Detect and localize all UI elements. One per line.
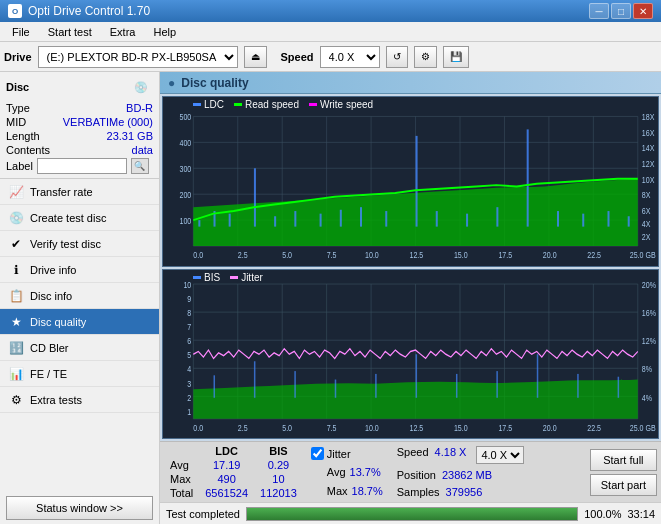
- read-speed-dot: [234, 103, 242, 106]
- svg-text:20%: 20%: [642, 279, 656, 290]
- start-part-button[interactable]: Start part: [590, 474, 657, 496]
- nav-drive-info-label: Drive info: [30, 264, 76, 276]
- svg-rect-115: [577, 373, 579, 397]
- config-button[interactable]: ⚙: [414, 46, 437, 68]
- jitter-header-row: Jitter: [311, 447, 383, 460]
- svg-rect-48: [294, 211, 296, 227]
- elapsed-time: 33:14: [627, 508, 655, 520]
- jitter-checkbox[interactable]: [311, 447, 324, 460]
- nav-disc-info-label: Disc info: [30, 290, 72, 302]
- svg-rect-46: [254, 168, 256, 226]
- menu-file[interactable]: File: [4, 25, 38, 39]
- svg-text:25.0 GB: 25.0 GB: [630, 250, 656, 260]
- legend-jitter: Jitter: [230, 272, 263, 283]
- svg-text:0.0: 0.0: [193, 250, 203, 260]
- nav-items: 📈 Transfer rate 💿 Create test disc ✔ Ver…: [0, 179, 159, 492]
- write-speed-label: Write speed: [320, 99, 373, 110]
- svg-text:10: 10: [183, 279, 191, 290]
- nav-extra-tests-label: Extra tests: [30, 394, 82, 406]
- svg-text:7: 7: [187, 321, 191, 332]
- nav-disc-quality[interactable]: ★ Disc quality: [0, 309, 159, 335]
- svg-text:1: 1: [187, 405, 191, 416]
- disc-icon: 💿: [129, 76, 153, 98]
- td-max-bis: 10: [254, 472, 303, 486]
- svg-text:10.0: 10.0: [365, 250, 379, 260]
- nav-verify-test-disc-label: Verify test disc: [30, 238, 101, 250]
- svg-text:15.0: 15.0: [454, 250, 468, 260]
- svg-text:2.5: 2.5: [238, 422, 248, 433]
- menu-start-test[interactable]: Start test: [40, 25, 100, 39]
- svg-rect-59: [582, 214, 584, 227]
- disc-panel: Disc 💿 Type BD-R MID VERBATIMe (000) Len…: [0, 72, 159, 179]
- svg-text:25.0 GB: 25.0 GB: [630, 422, 656, 433]
- svg-text:16%: 16%: [642, 307, 656, 318]
- main-layout: Disc 💿 Type BD-R MID VERBATIMe (000) Len…: [0, 72, 661, 524]
- jitter-max-value: 18.7%: [352, 485, 383, 497]
- td-total-ldc: 6561524: [199, 486, 254, 500]
- nav-cd-bler[interactable]: 🔢 CD Bler: [0, 335, 159, 361]
- svg-rect-55: [466, 214, 468, 227]
- close-button[interactable]: ✕: [633, 3, 653, 19]
- jitter-avg-row: Avg 13.7%: [311, 466, 383, 478]
- content-area: ● Disc quality LDC Read speed: [160, 72, 661, 524]
- drive-info-icon: ℹ: [8, 262, 24, 278]
- eject-button[interactable]: ⏏: [244, 46, 267, 68]
- svg-rect-52: [385, 211, 387, 227]
- toolbar: Drive (E:) PLEXTOR BD-R PX-LB950SA 1.06 …: [0, 42, 661, 72]
- nav-drive-info[interactable]: ℹ Drive info: [0, 257, 159, 283]
- jitter-avg-label: Avg: [327, 466, 346, 478]
- speed-select[interactable]: 4.0 X: [320, 46, 380, 68]
- jitter-max-row: Max 18.7%: [311, 485, 383, 497]
- contents-label: Contents: [6, 144, 50, 156]
- svg-text:12X: 12X: [642, 159, 655, 169]
- nav-fe-te-label: FE / TE: [30, 368, 67, 380]
- panel-header: ● Disc quality: [160, 72, 661, 94]
- speed-stat-select[interactable]: 4.0 X: [476, 446, 524, 464]
- maximize-button[interactable]: □: [611, 3, 631, 19]
- chart-bis: BIS Jitter: [162, 269, 659, 440]
- save-button[interactable]: 💾: [443, 46, 469, 68]
- disc-label-label: Label: [6, 160, 33, 172]
- disc-info-icon: 📋: [8, 288, 24, 304]
- nav-disc-info[interactable]: 📋 Disc info: [0, 283, 159, 309]
- disc-label-input[interactable]: [37, 158, 127, 174]
- svg-rect-112: [456, 373, 458, 397]
- svg-text:17.5: 17.5: [498, 422, 512, 433]
- drive-select[interactable]: (E:) PLEXTOR BD-R PX-LB950SA 1.06: [38, 46, 238, 68]
- svg-text:20.0: 20.0: [543, 422, 557, 433]
- start-full-button[interactable]: Start full: [590, 449, 657, 471]
- disc-quality-icon: ★: [8, 314, 24, 330]
- nav-transfer-rate-label: Transfer rate: [30, 186, 93, 198]
- svg-text:17.5: 17.5: [498, 250, 512, 260]
- mid-label: MID: [6, 116, 26, 128]
- menu-extra[interactable]: Extra: [102, 25, 144, 39]
- svg-text:400: 400: [179, 138, 191, 148]
- svg-text:16X: 16X: [642, 128, 655, 138]
- jitter-label: Jitter: [327, 448, 351, 460]
- disc-label-button[interactable]: 🔍: [131, 158, 149, 174]
- menu-help[interactable]: Help: [145, 25, 184, 39]
- nav-create-test-disc[interactable]: 💿 Create test disc: [0, 205, 159, 231]
- svg-rect-107: [254, 361, 256, 398]
- svg-rect-56: [496, 207, 498, 226]
- position-label: Position: [397, 469, 436, 481]
- svg-text:2X: 2X: [642, 232, 651, 242]
- nav-fe-te[interactable]: 📊 FE / TE: [0, 361, 159, 387]
- status-window-button[interactable]: Status window >>: [6, 496, 153, 520]
- svg-text:5.0: 5.0: [282, 250, 292, 260]
- minimize-button[interactable]: ─: [589, 3, 609, 19]
- nav-extra-tests[interactable]: ⚙ Extra tests: [0, 387, 159, 413]
- panel-icon: ●: [168, 76, 175, 90]
- read-speed-label: Read speed: [245, 99, 299, 110]
- refresh-button[interactable]: ↺: [386, 46, 408, 68]
- nav-transfer-rate[interactable]: 📈 Transfer rate: [0, 179, 159, 205]
- th-bis: BIS: [254, 444, 303, 458]
- svg-rect-45: [229, 214, 231, 227]
- fe-te-icon: 📊: [8, 366, 24, 382]
- td-max-label: Max: [164, 472, 199, 486]
- svg-rect-54: [436, 211, 438, 227]
- svg-rect-116: [618, 376, 620, 397]
- nav-verify-test-disc[interactable]: ✔ Verify test disc: [0, 231, 159, 257]
- svg-text:100: 100: [179, 216, 191, 226]
- position-row: Position 23862 MB: [397, 469, 580, 481]
